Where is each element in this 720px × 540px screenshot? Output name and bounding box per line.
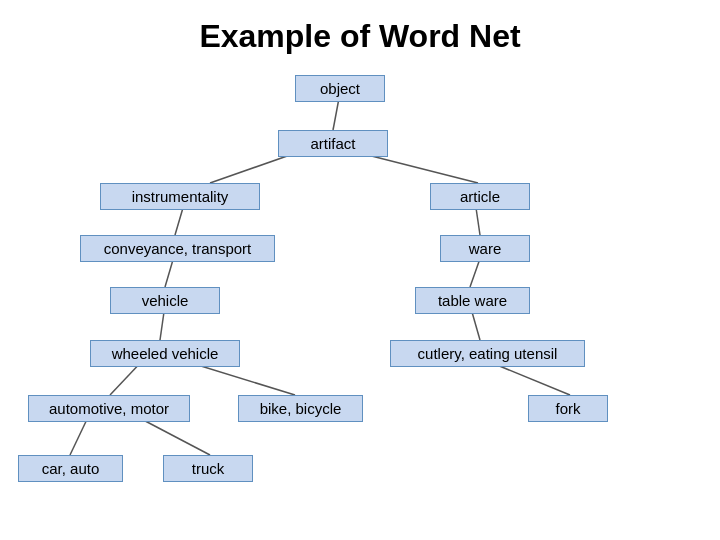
node-artifact: artifact [278, 130, 388, 157]
node-fork: fork [528, 395, 608, 422]
node-wheeledvehicle: wheeled vehicle [90, 340, 240, 367]
page-title: Example of Word Net [0, 0, 720, 65]
node-tableware: table ware [415, 287, 530, 314]
node-article: article [430, 183, 530, 210]
node-instrumentality: instrumentality [100, 183, 260, 210]
node-truck: truck [163, 455, 253, 482]
node-car: car, auto [18, 455, 123, 482]
node-automotive: automotive, motor [28, 395, 190, 422]
node-cutlery: cutlery, eating utensil [390, 340, 585, 367]
diagram: object artifact instrumentality article … [0, 65, 720, 535]
node-bike: bike, bicycle [238, 395, 363, 422]
node-ware: ware [440, 235, 530, 262]
node-vehicle: vehicle [110, 287, 220, 314]
page: Example of Word Net [0, 0, 720, 540]
node-conveyance: conveyance, transport [80, 235, 275, 262]
node-object: object [295, 75, 385, 102]
